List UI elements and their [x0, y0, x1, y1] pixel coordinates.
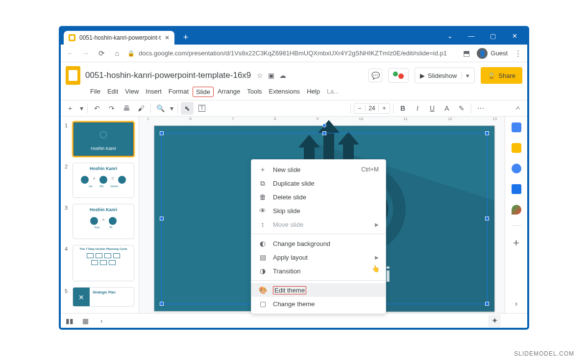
font-size-increase[interactable]: +	[379, 105, 390, 112]
italic-button[interactable]: I	[411, 102, 424, 115]
document-title[interactable]: 0051-hoshin-kanri-powerpoint-template-16…	[85, 71, 251, 80]
thumbnail-4[interactable]: The 7-Step Hoshin Planning Cycle	[73, 245, 134, 281]
minimize-button[interactable]: —	[462, 29, 481, 43]
side-panel: + ›	[505, 117, 527, 313]
tab-close-icon[interactable]: ✕	[165, 34, 170, 41]
underline-button[interactable]: U	[426, 102, 439, 115]
forward-button[interactable]: →	[80, 49, 91, 57]
grid-view-icon[interactable]: ▦	[82, 317, 89, 325]
calendar-icon[interactable]	[512, 122, 521, 132]
move-icon[interactable]: ▣	[268, 72, 274, 79]
share-button[interactable]: 🔒 Share	[481, 67, 522, 84]
explore-button[interactable]: ✦	[488, 315, 501, 327]
url-field[interactable]: 🔒 docs.google.com/presentation/d/1Vs8x22…	[127, 49, 456, 57]
tab-dropdown-icon[interactable]: ⌄	[440, 29, 460, 43]
font-size-value[interactable]: 24	[365, 105, 379, 112]
menu-change-background[interactable]: ◐ Change background	[251, 237, 386, 250]
menu-file[interactable]: File	[87, 87, 103, 97]
filmstrip-view-icon[interactable]: ▮▮	[66, 317, 74, 325]
maps-icon[interactable]	[512, 205, 521, 215]
chrome-menu-icon[interactable]: ⋮	[513, 49, 523, 58]
menu-new-slide[interactable]: + New slide Ctrl+M	[251, 163, 386, 176]
menu-insert[interactable]: Insert	[143, 87, 165, 97]
new-slide-caret[interactable]: ▾	[78, 102, 84, 115]
resize-handle[interactable]	[322, 131, 326, 135]
paint-format-button[interactable]: 🖌	[135, 102, 147, 115]
collapse-icon[interactable]: ‹	[100, 317, 103, 325]
menu-change-theme[interactable]: ▢ Change theme	[251, 297, 386, 311]
window-controls: ⌄ — ▢ ✕	[440, 29, 524, 43]
slideshow-caret-icon[interactable]: ▾	[462, 72, 469, 79]
reload-button[interactable]: ⟳	[96, 49, 107, 58]
keep-icon[interactable]	[512, 143, 521, 153]
menu-extensions[interactable]: Extensions	[266, 87, 303, 97]
theme-icon: ▢	[258, 300, 267, 308]
select-tool[interactable]: ⬉	[181, 102, 194, 115]
thumbnail-3[interactable]: Hoshin Kanri + KanRi	[73, 204, 134, 239]
resize-handle[interactable]	[485, 217, 489, 220]
menu-delete-slide[interactable]: 🗑 Delete slide	[251, 190, 386, 204]
menubar: File Edit View Insert Format Slide Arran…	[61, 85, 527, 100]
print-button[interactable]: 🖶	[120, 102, 133, 115]
url-text: docs.google.com/presentation/d/1Vs8x22C3…	[139, 49, 447, 57]
meet-button[interactable]	[388, 68, 409, 83]
slideshow-button[interactable]: ▶ Slideshow ▾	[415, 68, 475, 83]
bold-button[interactable]: B	[396, 102, 409, 115]
new-tab-button[interactable]: +	[179, 31, 192, 44]
highlight-button[interactable]: ✎	[455, 102, 468, 115]
redo-button[interactable]: ↷	[105, 102, 118, 115]
zoom-button[interactable]: 🔍	[154, 102, 167, 115]
menu-edit[interactable]: Edit	[104, 87, 121, 97]
menu-transition[interactable]: ◑ Transition	[251, 264, 386, 278]
plus-icon: +	[258, 166, 267, 173]
back-button[interactable]: ←	[65, 49, 75, 57]
menu-help[interactable]: Help	[304, 87, 323, 97]
resize-handle[interactable]	[485, 131, 489, 135]
rotate-handle[interactable]	[322, 123, 326, 127]
cloud-status-icon: ☁	[279, 72, 286, 79]
menu-format[interactable]: Format	[166, 87, 192, 97]
resize-handle[interactable]	[160, 302, 164, 306]
addons-plus-icon[interactable]: +	[513, 237, 519, 249]
undo-button[interactable]: ↶	[91, 102, 103, 115]
resize-handle[interactable]	[485, 302, 489, 306]
separator	[251, 234, 386, 234]
menu-view[interactable]: View	[122, 87, 142, 97]
hide-sidepanel-icon[interactable]: ›	[515, 299, 517, 308]
menu-tools[interactable]: Tools	[244, 87, 265, 97]
menu-slide[interactable]: Slide	[193, 87, 214, 97]
comments-button[interactable]: 💬	[368, 69, 382, 82]
menu-duplicate-slide[interactable]: ⧉ Duplicate slide	[251, 176, 386, 190]
background-icon: ◐	[258, 240, 267, 247]
browser-tab[interactable]: 0051-hoshin-kanri-powerpoint-t ✕	[64, 31, 174, 45]
home-button[interactable]: ⌂	[112, 49, 122, 57]
menu-overflow[interactable]: La...	[324, 87, 342, 97]
close-window-button[interactable]: ✕	[505, 29, 524, 43]
thumbnail-1[interactable]: Hoshin Kanri	[73, 121, 134, 157]
hide-menus-button[interactable]: ㅅ	[512, 102, 524, 115]
menu-apply-layout[interactable]: ▤ Apply layout ▶	[251, 250, 386, 264]
resize-handle[interactable]	[160, 217, 164, 220]
more-button[interactable]: ⋯	[474, 102, 487, 115]
cursor-icon: 👆	[371, 265, 380, 272]
slides-logo[interactable]	[66, 66, 80, 85]
tasks-icon[interactable]	[512, 164, 521, 173]
layout-icon: ▤	[258, 253, 267, 261]
font-size-decrease[interactable]: −	[354, 105, 365, 112]
install-icon[interactable]: ⬒	[461, 49, 472, 58]
new-slide-button[interactable]: +	[64, 102, 76, 115]
thumbnail-5[interactable]: ✕Strategic Plan	[73, 287, 134, 307]
maximize-button[interactable]: ▢	[483, 29, 503, 43]
menu-skip-slide[interactable]: 👁 Skip slide	[251, 204, 386, 218]
menu-edit-theme[interactable]: 🎨 Edit theme 👆	[251, 283, 386, 297]
contacts-icon[interactable]	[512, 184, 521, 194]
text-color-button[interactable]: A	[441, 102, 453, 115]
menu-arrange[interactable]: Arrange	[215, 87, 243, 97]
zoom-caret[interactable]: ▾	[169, 102, 174, 115]
resize-handle[interactable]	[160, 131, 164, 135]
guest-profile[interactable]: 👤 Guest	[477, 48, 508, 59]
textbox-tool[interactable]: 🅃	[196, 102, 208, 115]
star-icon[interactable]: ☆	[257, 72, 263, 79]
font-size-stepper[interactable]: − 24 +	[354, 103, 390, 114]
thumbnail-2[interactable]: Hoshin Kanri += HoShiHoshi	[73, 163, 134, 198]
